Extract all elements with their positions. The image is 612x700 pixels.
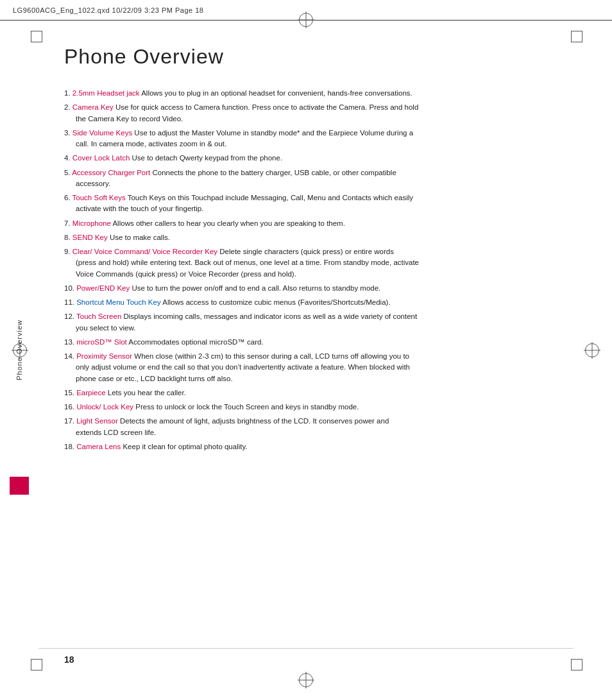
items-list: 1. 2.5mm Headset jack Allows you to plug…: [64, 88, 574, 452]
reg-mark-br: [571, 659, 581, 669]
side-label: Phone Overview: [0, 0, 38, 700]
side-label-bar: [10, 477, 29, 495]
list-item: 2. Camera Key Use for quick access to Ca…: [64, 102, 574, 124]
list-item: 18. Camera Lens Keep it clean for optima…: [64, 441, 574, 452]
list-item: 4. Cover Lock Latch Use to detach Qwerty…: [64, 153, 574, 164]
crosshair-right: [585, 343, 599, 357]
list-item: 6. Touch Soft Keys Touch Keys on this To…: [64, 192, 574, 215]
page-number: 18: [64, 654, 74, 665]
side-label-text: Phone Overview: [15, 320, 23, 380]
list-item: 14. Proximity Sensor When close (within …: [64, 351, 574, 384]
list-item: 8. SEND Key Use to make calls.: [64, 232, 574, 243]
list-item: 16. Unlock/ Lock Key Press to unlock or …: [64, 402, 574, 413]
bottom-line: [38, 648, 574, 649]
reg-mark-tr: [571, 31, 581, 41]
page-container: LG9600ACG_Eng_1022.qxd 10/22/09 3:23 PM …: [0, 0, 612, 700]
main-content: Phone Overview 1. 2.5mm Headset jack All…: [64, 45, 574, 649]
list-item: 9. Clear/ Voice Command/ Voice Recorder …: [64, 246, 574, 280]
list-item: 15. Earpiece Lets you hear the caller.: [64, 388, 574, 398]
list-item: 13. microSD™ Slot Accommodates optional …: [64, 337, 574, 348]
list-item: 17. Light Sensor Detects the amount of l…: [64, 416, 574, 438]
list-item: 1. 2.5mm Headset jack Allows you to plug…: [64, 88, 574, 99]
header-text: LG9600ACG_Eng_1022.qxd 10/22/09 3:23 PM …: [13, 6, 204, 14]
list-item: 11. Shortcut Menu Touch Key Allows acces…: [64, 297, 574, 308]
crosshair-bottom: [299, 673, 313, 687]
crosshair-top: [299, 13, 313, 27]
list-item: 12. Touch Screen Displays incoming calls…: [64, 311, 574, 334]
list-item: 5. Accessory Charger Port Connects the p…: [64, 167, 574, 190]
page-title: Phone Overview: [64, 45, 574, 69]
list-item: 7. Microphone Allows other callers to he…: [64, 218, 574, 229]
list-item: 10. Power/END Key Use to turn the power …: [64, 283, 574, 294]
list-item: 3. Side Volume Keys Use to adjust the Ma…: [64, 128, 574, 150]
